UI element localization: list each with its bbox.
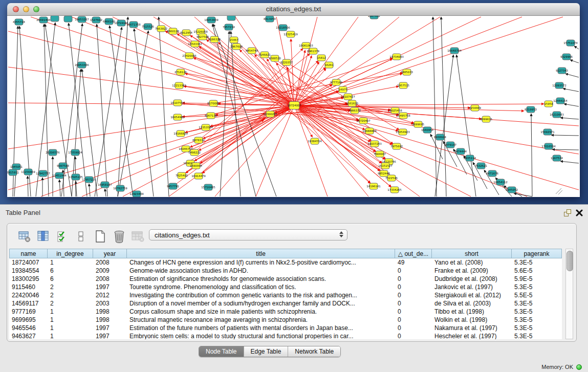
graph-node[interactable]: 15692971 (540, 129, 554, 135)
graph-node[interactable] (227, 16, 235, 20)
graph-node[interactable]: 15958 (544, 101, 553, 107)
tab-edge-table[interactable]: Edge Table (244, 346, 288, 357)
graph-node[interactable]: 16654982 (170, 114, 184, 120)
table-row[interactable]: 2242004622012Investigating the contribut… (9, 291, 562, 299)
cells-icon[interactable] (74, 229, 89, 244)
scrollbar-thumb[interactable] (567, 251, 573, 271)
column-header-out_de[interactable]: △ out_de... (395, 249, 432, 258)
graph-node[interactable]: 15654923 (396, 129, 409, 135)
graph-node[interactable]: 9474444 (454, 148, 467, 155)
table-row[interactable]: 1830029562008Estimation of significance … (9, 275, 562, 283)
graph-node[interactable]: 20691406 (36, 17, 51, 23)
graph-node[interactable]: 23420046 (182, 53, 197, 59)
graph-node[interactable]: 14975 (338, 86, 347, 93)
graph-node[interactable]: 15716485 (201, 184, 215, 190)
table-row[interactable]: 1938455462009Genome-wide association stu… (9, 267, 562, 275)
graph-node[interactable]: 1957515 (397, 82, 409, 89)
network-view[interactable]: 1872400718300295435572420691406106532871… (7, 16, 580, 197)
graph-node[interactable]: 8912954 (180, 30, 193, 36)
graph-node[interactable] (64, 16, 72, 22)
table-settings-icon[interactable] (17, 229, 32, 244)
table-row[interactable]: 911546021997Tourette syndrome. Phenomeno… (9, 283, 562, 291)
new-table-icon[interactable] (93, 229, 107, 244)
graph-node[interactable]: 1527602 (90, 17, 102, 23)
column-header-pagerank[interactable]: pagerank (512, 249, 562, 258)
graph-node[interactable]: 7975692 (390, 143, 403, 149)
graph-node[interactable]: 12353584 (199, 124, 213, 130)
table-row[interactable]: 946362711997Embryonic stem cells: a mode… (9, 332, 562, 339)
graph-node[interactable]: 17359924 (68, 149, 82, 156)
graph-node[interactable]: 13505135 (69, 174, 82, 180)
graph-node[interactable]: 7663822 (155, 26, 167, 32)
graph-node[interactable]: 12444154 (553, 98, 568, 104)
graph-node[interactable]: 8219953 (525, 106, 537, 113)
graph-node[interactable]: 1161620 (346, 100, 359, 106)
graph-node[interactable]: 2718126 (175, 69, 187, 75)
column-header-short[interactable]: short (432, 249, 512, 258)
graph-node[interactable]: 9097588 (57, 163, 70, 169)
graph-node[interactable]: 8471676 (486, 170, 499, 177)
column-header-name[interactable]: name (9, 249, 48, 258)
graph-node[interactable]: 16671358 (126, 21, 141, 28)
graph-node[interactable]: 16261 (324, 62, 333, 68)
vertical-scrollbar[interactable] (565, 249, 573, 339)
tab-network-table[interactable]: Network Table (288, 346, 340, 357)
table-row[interactable]: 969969511998Structural magnetic resonanc… (9, 316, 562, 324)
graph-node[interactable]: 16107554 (170, 100, 185, 106)
graph-node[interactable]: 9699695 (412, 121, 424, 127)
graph-node[interactable]: 18053839 (204, 17, 219, 23)
graph-node[interactable]: 16782759 (113, 185, 127, 191)
graph-node[interactable]: 9777169 (330, 79, 343, 85)
graph-node[interactable]: 10653287 (75, 16, 89, 23)
table-row[interactable]: 1456911722003Disruption of a novel membe… (9, 299, 562, 308)
graph-node[interactable]: 12325419 (284, 31, 298, 37)
window-titlebar[interactable]: citations_edges.txt (7, 3, 580, 16)
close-icon[interactable] (575, 208, 583, 218)
show-columns-icon[interactable] (36, 229, 51, 244)
graph-node[interactable]: 15751074 (563, 40, 578, 46)
graph-node[interactable]: 9457791 (167, 183, 179, 189)
zoom-window-icon[interactable] (33, 6, 39, 12)
graph-node[interactable]: 16958107 (98, 182, 112, 188)
graph-node[interactable]: 9154469 (469, 105, 482, 111)
node-table[interactable]: namein_degreeyeartitle△ out_de...shortpa… (9, 249, 562, 339)
graph-node[interactable]: 2087682 (368, 16, 380, 19)
graph-node[interactable]: 12093572 (552, 82, 566, 89)
graph-node[interactable]: 7485033 (401, 69, 413, 75)
delete-columns-icon[interactable] (112, 229, 126, 244)
graph-node[interactable]: 17016504 (541, 143, 556, 149)
minimize-window-icon[interactable] (23, 6, 29, 12)
column-header-in_degree[interactable]: in_degree (48, 249, 93, 258)
graph-node[interactable]: 14196141 (366, 183, 380, 189)
graph-node[interactable]: 7632621 (475, 163, 487, 169)
graph-node[interactable]: 8170081 (207, 100, 220, 106)
graph-node[interactable]: 16720407 (356, 118, 370, 124)
close-window-icon[interactable] (13, 6, 19, 12)
graph-node[interactable]: 15812 (317, 55, 325, 61)
graph-node[interactable]: 8813054 (264, 16, 276, 22)
column-header-title[interactable]: title (127, 249, 395, 258)
graph-node[interactable]: 16210643 (550, 112, 563, 118)
graph-node[interactable]: 12213383 (172, 82, 186, 89)
graph-node[interactable]: 19384554 (308, 138, 322, 144)
column-header-year[interactable]: year (93, 249, 127, 258)
graph-node[interactable]: 3915911 (7, 169, 19, 176)
graph-node[interactable]: 8660128 (167, 28, 180, 34)
graph-node[interactable]: 18724007 (287, 102, 301, 110)
graph-node[interactable]: 9827508 (197, 34, 209, 40)
graph-node[interactable]: 1167534 (551, 155, 563, 161)
graph-node[interactable]: 6961379 (307, 48, 320, 54)
graph-node[interactable]: 20206576 (46, 149, 60, 156)
graph-node[interactable]: 2935114 (464, 155, 476, 161)
float-window-icon[interactable] (563, 208, 572, 220)
graph-node[interactable]: 1845051 (10, 164, 23, 170)
graph-node[interactable]: 9227343 (556, 68, 568, 74)
graph-node[interactable]: 16648784 (447, 48, 462, 54)
graph-node[interactable]: 17334265 (387, 187, 401, 193)
table-row[interactable]: 946554611997Estimation of the future num… (9, 324, 562, 332)
graph-node[interactable]: 7857234 (223, 24, 235, 30)
graph-node[interactable]: 8099615 (480, 116, 492, 122)
tab-node-table[interactable]: Node Table (199, 346, 244, 357)
graph-node[interactable]: 4355724 (13, 19, 26, 25)
graph-node[interactable]: 19166829 (173, 130, 188, 137)
